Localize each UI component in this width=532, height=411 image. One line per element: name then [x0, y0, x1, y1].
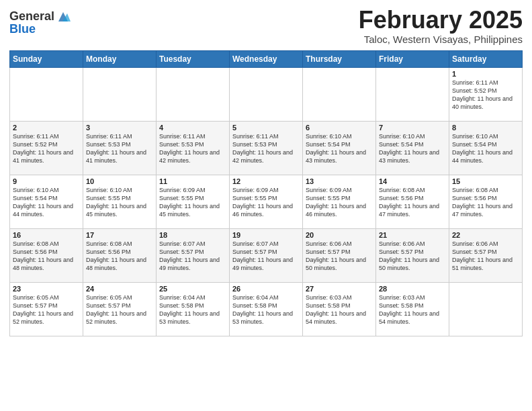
day-number: 26 [232, 285, 300, 293]
day-cell: 14Sunrise: 6:08 AM Sunset: 5:56 PM Dayli… [376, 175, 449, 228]
day-number: 17 [86, 231, 153, 239]
day-info: Sunrise: 6:09 AM Sunset: 5:55 PM Dayligh… [232, 186, 300, 219]
day-number: 24 [86, 285, 153, 293]
day-info: Sunrise: 6:04 AM Sunset: 5:58 PM Dayligh… [159, 293, 226, 326]
day-cell [10, 67, 83, 121]
day-info: Sunrise: 6:10 AM Sunset: 5:54 PM Dayligh… [452, 132, 519, 165]
title-area: February 2025 Taloc, Western Visayas, Ph… [359, 7, 523, 45]
day-cell: 9Sunrise: 6:10 AM Sunset: 5:54 PM Daylig… [10, 175, 83, 228]
logo-general-text: General [9, 10, 54, 24]
month-title: February 2025 [359, 7, 523, 34]
day-info: Sunrise: 6:09 AM Sunset: 5:55 PM Dayligh… [159, 186, 226, 219]
day-cell: 25Sunrise: 6:04 AM Sunset: 5:58 PM Dayli… [157, 282, 230, 336]
day-number: 20 [306, 231, 373, 239]
day-info: Sunrise: 6:08 AM Sunset: 5:56 PM Dayligh… [13, 240, 80, 273]
day-number: 1 [452, 70, 519, 78]
day-cell: 23Sunrise: 6:05 AM Sunset: 5:57 PM Dayli… [10, 282, 83, 336]
day-cell: 21Sunrise: 6:06 AM Sunset: 5:57 PM Dayli… [376, 228, 449, 282]
day-number: 13 [306, 177, 373, 185]
day-info: Sunrise: 6:03 AM Sunset: 5:58 PM Dayligh… [306, 293, 373, 326]
day-cell: 19Sunrise: 6:07 AM Sunset: 5:57 PM Dayli… [230, 228, 303, 282]
day-info: Sunrise: 6:04 AM Sunset: 5:58 PM Dayligh… [232, 293, 300, 326]
day-cell: 26Sunrise: 6:04 AM Sunset: 5:58 PM Dayli… [230, 282, 303, 336]
week-row-1: 1Sunrise: 6:11 AM Sunset: 5:52 PM Daylig… [10, 67, 523, 121]
day-info: Sunrise: 6:07 AM Sunset: 5:57 PM Dayligh… [159, 240, 226, 273]
day-cell: 4Sunrise: 6:11 AM Sunset: 5:53 PM Daylig… [157, 121, 230, 175]
location: Taloc, Western Visayas, Philippines [359, 34, 523, 45]
day-info: Sunrise: 6:03 AM Sunset: 5:58 PM Dayligh… [379, 293, 446, 326]
day-info: Sunrise: 6:10 AM Sunset: 5:54 PM Dayligh… [379, 132, 446, 165]
day-info: Sunrise: 6:11 AM Sunset: 5:53 PM Dayligh… [232, 132, 300, 165]
day-number: 5 [232, 124, 300, 132]
day-cell: 20Sunrise: 6:06 AM Sunset: 5:57 PM Dayli… [303, 228, 376, 282]
week-row-4: 16Sunrise: 6:08 AM Sunset: 5:56 PM Dayli… [10, 228, 523, 282]
day-cell [157, 67, 230, 121]
day-cell: 7Sunrise: 6:10 AM Sunset: 5:54 PM Daylig… [376, 121, 449, 175]
day-cell: 22Sunrise: 6:06 AM Sunset: 5:57 PM Dayli… [449, 228, 523, 282]
weekday-header-saturday: Saturday [449, 50, 523, 67]
day-cell: 2Sunrise: 6:11 AM Sunset: 5:52 PM Daylig… [10, 121, 83, 175]
weekday-header-friday: Friday [376, 50, 449, 67]
weekday-header-row: SundayMondayTuesdayWednesdayThursdayFrid… [10, 50, 523, 67]
day-cell: 5Sunrise: 6:11 AM Sunset: 5:53 PM Daylig… [230, 121, 303, 175]
day-info: Sunrise: 6:09 AM Sunset: 5:55 PM Dayligh… [306, 186, 373, 219]
logo-blue-text: Blue [9, 23, 71, 36]
day-info: Sunrise: 6:11 AM Sunset: 5:52 PM Dayligh… [452, 79, 519, 111]
day-info: Sunrise: 6:08 AM Sunset: 5:56 PM Dayligh… [86, 240, 153, 273]
day-cell: 11Sunrise: 6:09 AM Sunset: 5:55 PM Dayli… [157, 175, 230, 228]
week-row-2: 2Sunrise: 6:11 AM Sunset: 5:52 PM Daylig… [10, 121, 523, 175]
weekday-header-sunday: Sunday [10, 50, 83, 67]
day-cell: 28Sunrise: 6:03 AM Sunset: 5:58 PM Dayli… [376, 282, 449, 336]
day-info: Sunrise: 6:05 AM Sunset: 5:57 PM Dayligh… [13, 293, 80, 326]
week-row-3: 9Sunrise: 6:10 AM Sunset: 5:54 PM Daylig… [10, 175, 523, 228]
day-number: 22 [452, 231, 519, 239]
day-number: 14 [379, 177, 446, 185]
day-info: Sunrise: 6:10 AM Sunset: 5:55 PM Dayligh… [86, 186, 153, 219]
day-cell: 13Sunrise: 6:09 AM Sunset: 5:55 PM Dayli… [303, 175, 376, 228]
day-cell: 17Sunrise: 6:08 AM Sunset: 5:56 PM Dayli… [83, 228, 157, 282]
week-row-5: 23Sunrise: 6:05 AM Sunset: 5:57 PM Dayli… [10, 282, 523, 336]
day-info: Sunrise: 6:11 AM Sunset: 5:53 PM Dayligh… [86, 132, 153, 165]
day-number: 6 [306, 124, 373, 132]
day-info: Sunrise: 6:06 AM Sunset: 5:57 PM Dayligh… [306, 240, 373, 273]
day-info: Sunrise: 6:08 AM Sunset: 5:56 PM Dayligh… [379, 186, 446, 219]
day-cell: 8Sunrise: 6:10 AM Sunset: 5:54 PM Daylig… [449, 121, 523, 175]
day-number: 9 [13, 177, 80, 185]
day-cell [376, 67, 449, 121]
day-cell: 16Sunrise: 6:08 AM Sunset: 5:56 PM Dayli… [10, 228, 83, 282]
day-number: 28 [379, 285, 446, 293]
day-info: Sunrise: 6:06 AM Sunset: 5:57 PM Dayligh… [379, 240, 446, 273]
day-cell [303, 67, 376, 121]
day-number: 4 [159, 124, 226, 132]
day-number: 12 [232, 177, 300, 185]
day-number: 15 [452, 177, 519, 185]
day-info: Sunrise: 6:05 AM Sunset: 5:57 PM Dayligh… [86, 293, 153, 326]
day-cell: 6Sunrise: 6:10 AM Sunset: 5:54 PM Daylig… [303, 121, 376, 175]
day-number: 23 [13, 285, 80, 293]
day-info: Sunrise: 6:08 AM Sunset: 5:56 PM Dayligh… [452, 186, 519, 219]
day-cell: 12Sunrise: 6:09 AM Sunset: 5:55 PM Dayli… [230, 175, 303, 228]
day-number: 2 [13, 124, 80, 132]
day-cell: 27Sunrise: 6:03 AM Sunset: 5:58 PM Dayli… [303, 282, 376, 336]
day-number: 19 [232, 231, 300, 239]
day-cell: 1Sunrise: 6:11 AM Sunset: 5:52 PM Daylig… [449, 67, 523, 121]
header: General Blue February 2025 Taloc, Wester… [9, 7, 523, 45]
day-number: 27 [306, 285, 373, 293]
day-cell [230, 67, 303, 121]
day-info: Sunrise: 6:07 AM Sunset: 5:57 PM Dayligh… [232, 240, 300, 273]
day-number: 25 [159, 285, 226, 293]
day-cell: 18Sunrise: 6:07 AM Sunset: 5:57 PM Dayli… [157, 228, 230, 282]
logo-icon [56, 9, 71, 24]
day-cell: 10Sunrise: 6:10 AM Sunset: 5:55 PM Dayli… [83, 175, 157, 228]
day-cell: 3Sunrise: 6:11 AM Sunset: 5:53 PM Daylig… [83, 121, 157, 175]
weekday-header-wednesday: Wednesday [230, 50, 303, 67]
day-number: 16 [13, 231, 80, 239]
page: General Blue February 2025 Taloc, Wester… [0, 0, 532, 411]
logo: General Blue [9, 9, 71, 36]
day-number: 7 [379, 124, 446, 132]
day-number: 8 [452, 124, 519, 132]
day-cell [449, 282, 523, 336]
day-cell: 15Sunrise: 6:08 AM Sunset: 5:56 PM Dayli… [449, 175, 523, 228]
day-cell [83, 67, 157, 121]
day-info: Sunrise: 6:06 AM Sunset: 5:57 PM Dayligh… [452, 240, 519, 273]
